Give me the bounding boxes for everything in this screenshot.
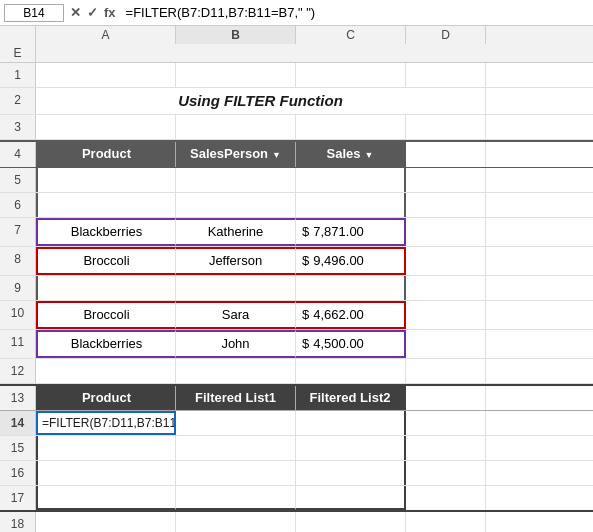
table-row: 4 Product SalesPerson▼ Sales▼ <box>0 140 593 168</box>
cell-c15[interactable] <box>176 436 296 460</box>
cell-b1[interactable] <box>36 63 176 87</box>
cell-c17[interactable] <box>176 486 296 510</box>
row-number: 16 <box>0 461 36 485</box>
cell-c16[interactable] <box>176 461 296 485</box>
cell-c9[interactable] <box>176 276 296 300</box>
cell-b15[interactable] <box>36 436 176 460</box>
cell-e15[interactable] <box>406 436 486 460</box>
cell-product-8[interactable]: Broccoli <box>36 247 176 275</box>
filter-icon-salesperson[interactable]: ▼ <box>272 145 281 165</box>
sales-amount-10: 4,662.00 <box>313 305 364 325</box>
fx-icon[interactable]: fx <box>102 5 118 20</box>
cell-b14[interactable]: =FILTER(B7:D11,B7:B11=B7," ") <box>36 411 176 435</box>
col-header-e[interactable]: E <box>0 44 36 62</box>
cell-product-11[interactable]: Blackberries <box>36 330 176 358</box>
col-sales-header[interactable]: Sales▼ <box>296 142 406 167</box>
formula-input[interactable] <box>122 5 589 20</box>
col-salesperson-header[interactable]: SalesPerson▼ <box>176 142 296 167</box>
cell-sales-11[interactable]: $ 4,500.00 <box>296 330 406 358</box>
cell-salesperson-7[interactable]: Katherine <box>176 218 296 246</box>
cell-d5[interactable] <box>296 168 406 192</box>
cancel-icon[interactable]: ✕ <box>68 5 83 20</box>
cell-sales-8[interactable]: $ 9,496.00 <box>296 247 406 275</box>
row-number: 11 <box>0 330 36 358</box>
cell-e16[interactable] <box>406 461 486 485</box>
cell-c3[interactable] <box>176 115 296 139</box>
table-row: 10 Broccoli Sara $ 4,662.00 <box>0 301 593 330</box>
confirm-icon[interactable]: ✓ <box>85 5 100 20</box>
cell-c18[interactable] <box>176 512 296 532</box>
cell-e1[interactable] <box>406 63 486 87</box>
cell-d12[interactable] <box>296 359 406 383</box>
cell-e9[interactable] <box>406 276 486 300</box>
cell-b3[interactable] <box>36 115 176 139</box>
cell-d16[interactable] <box>296 461 406 485</box>
cell-d17[interactable] <box>296 486 406 510</box>
cell-d3[interactable] <box>296 115 406 139</box>
cell-c1[interactable] <box>176 63 296 87</box>
cell-e17[interactable] <box>406 486 486 510</box>
sales-label: Sales <box>327 146 361 161</box>
cell-b16[interactable] <box>36 461 176 485</box>
row-number: 2 <box>0 88 36 114</box>
table-row: 8 Broccoli Jefferson $ 9,496.00 <box>0 247 593 276</box>
cell-d15[interactable] <box>296 436 406 460</box>
cell-b12[interactable] <box>36 359 176 383</box>
col2-product-header[interactable]: Product <box>36 386 176 410</box>
cell-sales-dollar-7[interactable]: $ 7,871.00 <box>296 218 406 246</box>
cell-b18[interactable] <box>36 512 176 532</box>
cell-salesperson-8[interactable]: Jefferson <box>176 247 296 275</box>
col-header-d[interactable]: D <box>406 26 486 44</box>
cell-d18[interactable] <box>296 512 406 532</box>
cell-e5[interactable] <box>406 168 486 192</box>
dollar-sign-7: $ <box>302 222 309 242</box>
cell-c14[interactable] <box>176 411 296 435</box>
cell-d9[interactable] <box>296 276 406 300</box>
row-number: 13 <box>0 386 36 410</box>
col-header-c[interactable]: C <box>296 26 406 44</box>
row-number: 12 <box>0 359 36 383</box>
cell-ref-input[interactable] <box>4 4 64 22</box>
cell-c5[interactable] <box>176 168 296 192</box>
cell-e10[interactable] <box>406 301 486 329</box>
cell-e6[interactable] <box>406 193 486 217</box>
cell-d6[interactable] <box>296 193 406 217</box>
sales-amount-7: 7,871.00 <box>313 222 364 242</box>
sales-amount-11: 4,500.00 <box>313 334 364 354</box>
cell-d14[interactable] <box>296 411 406 435</box>
col-header-a[interactable]: A <box>36 26 176 44</box>
cell-salesperson-10[interactable]: Sara <box>176 301 296 329</box>
row-number: 4 <box>0 142 36 167</box>
cell-product-10[interactable]: Broccoli <box>36 301 176 329</box>
col2-filtered1-header[interactable]: Filtered List1 <box>176 386 296 410</box>
cell-sales-10[interactable]: $ 4,662.00 <box>296 301 406 329</box>
row-number: 5 <box>0 168 36 192</box>
table-row: 15 <box>0 436 593 461</box>
cell-d1[interactable] <box>296 63 406 87</box>
cell-c12[interactable] <box>176 359 296 383</box>
cell-e14[interactable] <box>406 411 486 435</box>
cell-salesperson-11[interactable]: John <box>176 330 296 358</box>
table-row: 2 Using FILTER Function <box>0 88 593 115</box>
cell-b17[interactable] <box>36 486 176 510</box>
cell-product-7[interactable]: Blackberries <box>36 218 176 246</box>
cell-e8[interactable] <box>406 247 486 275</box>
cell-c6[interactable] <box>176 193 296 217</box>
cell-b5[interactable] <box>36 168 176 192</box>
cell-e3[interactable] <box>406 115 486 139</box>
cell-b9[interactable] <box>36 276 176 300</box>
col2-filtered2-header[interactable]: Filtered List2 <box>296 386 406 410</box>
cell-e18[interactable] <box>406 512 486 532</box>
col-header-row <box>0 26 36 44</box>
cell-e12[interactable] <box>406 359 486 383</box>
col-header-b[interactable]: B <box>176 26 296 44</box>
cell-e7[interactable] <box>406 218 486 246</box>
cell-e11[interactable] <box>406 330 486 358</box>
cell-e4[interactable] <box>406 142 486 167</box>
cell-b6[interactable] <box>36 193 176 217</box>
dollar-sign-8: $ <box>302 251 309 271</box>
cell-e13[interactable] <box>406 386 486 410</box>
col-product-header[interactable]: Product <box>36 142 176 167</box>
table-row: 6 <box>0 193 593 218</box>
filter-icon-sales[interactable]: ▼ <box>365 145 374 165</box>
